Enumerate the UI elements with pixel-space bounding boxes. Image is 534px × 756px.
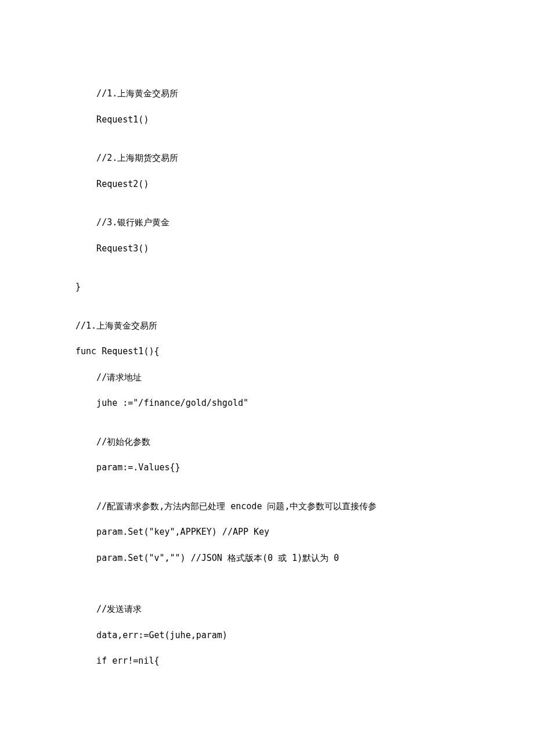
code-line: //3.银行账户黄金 [75, 216, 459, 229]
blank-line [75, 590, 459, 603]
blank-line [75, 384, 459, 397]
blank-line [75, 358, 459, 371]
blank-line [75, 577, 459, 590]
blank-line [75, 513, 459, 525]
blank-line [75, 126, 459, 139]
code-line: //1.上海黄金交易所 [75, 87, 459, 100]
blank-line [75, 487, 459, 500]
blank-line [75, 642, 459, 654]
blank-line [75, 255, 459, 268]
code-line: param:=.Values{} [75, 461, 459, 474]
blank-line [75, 139, 459, 152]
code-line: //配置请求参数,方法内部已处理 encode 问题,中文参数可以直接传参 [75, 500, 459, 513]
blank-line [75, 165, 459, 178]
document-page: //1.上海黄金交易所 Request1() //2.上海期货交易所 Reque… [0, 0, 534, 756]
code-line: Request2() [75, 178, 459, 191]
code-line: } [75, 280, 459, 294]
blank-line [75, 229, 459, 242]
code-line: param.Set("v","") //JSON 格式版本(0 或 1)默认为 … [75, 552, 459, 565]
blank-line [75, 616, 459, 629]
code-line: //请求地址 [75, 371, 459, 384]
code-line: if err!=nil{ [75, 654, 459, 668]
blank-line [75, 268, 459, 280]
code-line: data,err:=Get(juhe,param) [75, 629, 459, 642]
blank-line [75, 474, 459, 487]
code-line: Request1() [75, 113, 459, 127]
blank-line [75, 190, 459, 203]
code-line: func Request1(){ [75, 345, 459, 358]
code-line: //1.上海黄金交易所 [75, 319, 459, 333]
code-line: //发送请求 [75, 603, 459, 616]
code-line: param.Set("key",APPKEY) //APP Key [75, 525, 459, 539]
blank-line [75, 332, 459, 345]
blank-line [75, 448, 459, 461]
blank-line [75, 423, 459, 435]
blank-line [75, 410, 459, 423]
blank-line [75, 100, 459, 113]
code-line: Request3() [75, 242, 459, 255]
blank-line [75, 294, 459, 307]
code-line: juhe :="/finance/gold/shgold" [75, 397, 459, 410]
blank-line [75, 203, 459, 216]
code-line: //初始化参数 [75, 435, 459, 449]
code-line: //2.上海期货交易所 [75, 152, 459, 165]
blank-line [75, 539, 459, 552]
blank-line [75, 307, 459, 319]
blank-line [75, 564, 459, 577]
